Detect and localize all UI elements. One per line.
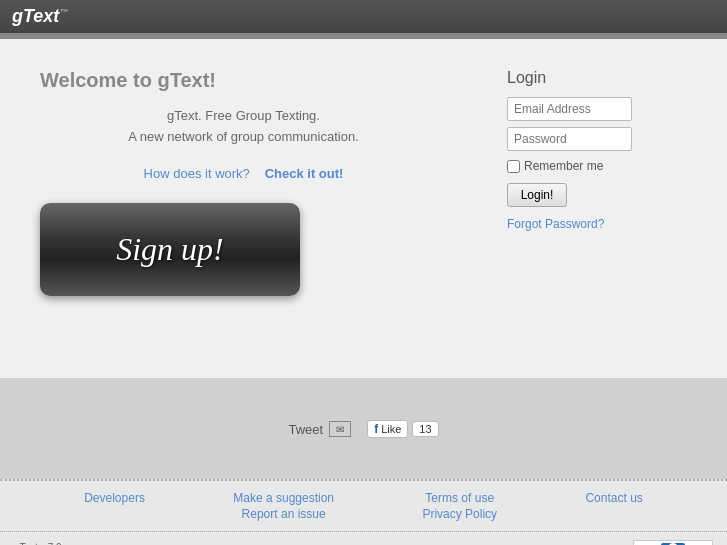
remember-checkbox[interactable]	[507, 160, 520, 173]
like-section: f Like 13	[367, 420, 438, 438]
facebook-like-button[interactable]: f Like	[367, 420, 408, 438]
login-button[interactable]: Login!	[507, 183, 567, 207]
footer-nav-developers: Developers	[84, 491, 145, 521]
email-icon[interactable]: ✉	[329, 421, 351, 437]
login-title: Login	[507, 69, 687, 87]
welcome-title: Welcome to gText!	[40, 69, 447, 92]
logo: gText™	[12, 6, 68, 27]
signup-button[interactable]: Sign up!	[40, 203, 300, 296]
sitelock-badge: SiteLock SECURE Verified Jun 03	[633, 540, 713, 545]
left-section: Welcome to gText! gText. Free Group Text…	[40, 69, 487, 296]
facebook-icon: f	[374, 422, 378, 436]
make-suggestion-link[interactable]: Make a suggestion	[233, 491, 334, 505]
privacy-policy-link[interactable]: Privacy Policy	[422, 507, 497, 521]
footer-copyright: gText v.7.0 Copyright © 2011 | gText LLC…	[14, 540, 371, 545]
login-section: Login Remember me Login! Forgot Password…	[487, 69, 687, 231]
tweet-section: Tweet ✉	[288, 421, 351, 437]
like-label: Like	[381, 423, 401, 435]
header: gText™	[0, 0, 727, 33]
password-input[interactable]	[507, 127, 632, 151]
terms-of-use-link[interactable]: Terms of use	[425, 491, 494, 505]
login-form: Remember me Login!	[507, 97, 687, 207]
how-it-works-link[interactable]: How does it work?	[144, 166, 250, 181]
contact-us-link[interactable]: Contact us	[585, 491, 642, 505]
footer-nav: Developers Make a suggestion Report an i…	[0, 481, 727, 532]
footer-bottom: gText v.7.0 Copyright © 2011 | gText LLC…	[0, 532, 727, 545]
remember-row: Remember me	[507, 159, 687, 173]
footer: Developers Make a suggestion Report an i…	[0, 479, 727, 545]
links-row: How does it work? Check it out!	[40, 166, 447, 181]
middle-area: Tweet ✉ f Like 13	[0, 379, 727, 479]
report-issue-link[interactable]: Report an issue	[242, 507, 326, 521]
forgot-password-link[interactable]: Forgot Password?	[507, 217, 687, 231]
email-input[interactable]	[507, 97, 632, 121]
developers-link[interactable]: Developers	[84, 491, 145, 505]
welcome-line1: gText. Free Group Texting.	[167, 108, 320, 123]
check-it-out-link[interactable]: Check it out!	[265, 166, 344, 181]
main-content: Welcome to gText! gText. Free Group Text…	[0, 39, 727, 379]
footer-nav-suggestions: Make a suggestion Report an issue	[233, 491, 334, 521]
footer-version: gText v.7.0	[14, 540, 371, 545]
footer-nav-terms: Terms of use Privacy Policy	[422, 491, 497, 521]
like-count: 13	[412, 421, 438, 437]
welcome-description: gText. Free Group Texting. A new network…	[40, 106, 447, 148]
remember-label: Remember me	[524, 159, 603, 173]
footer-nav-contact: Contact us	[585, 491, 642, 521]
tweet-label: Tweet	[288, 422, 323, 437]
welcome-line2: A new network of group communication.	[128, 129, 359, 144]
